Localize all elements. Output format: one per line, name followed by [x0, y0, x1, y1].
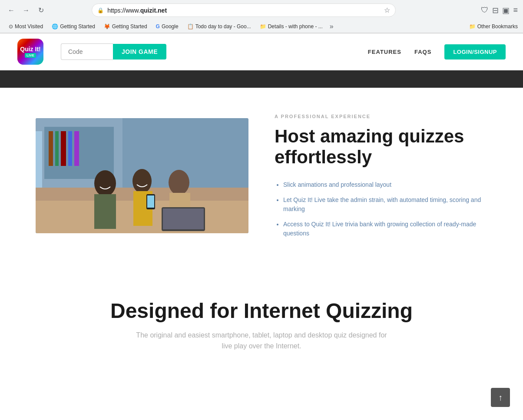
bottom-section: Designed for Internet Quizzing The origi… [0, 264, 523, 378]
svg-rect-3 [49, 131, 53, 166]
other-bookmarks-label: Other Bookmarks [477, 23, 518, 30]
details-icon: 📁 [260, 23, 266, 30]
login-signup-button[interactable]: LOGIN/SIGNUP [444, 44, 506, 60]
svg-rect-6 [68, 131, 72, 166]
google-icon: G [156, 23, 160, 30]
hero-image [36, 118, 248, 233]
svg-rect-16 [147, 195, 154, 208]
firefox-icon: 🦊 [104, 23, 110, 30]
hero-bullets: Slick animations and professional layout… [275, 180, 487, 238]
website: Quiz It! LIVE JOIN GAME FEATURES FAQS LO… [0, 33, 523, 378]
bookmark-label: Details - with phone - ... [268, 23, 323, 30]
features-link[interactable]: FEATURES [368, 49, 401, 55]
bookmark-label: Google [162, 23, 179, 30]
hero-photo [36, 118, 248, 233]
hero-bullet-3: Access to Quiz It! Live trivia bank with… [283, 220, 487, 238]
bookmark-label: Getting Started [112, 23, 147, 30]
browser-actions: 🛡 ⊟ ▣ ≡ [481, 6, 518, 15]
forward-button[interactable]: → [20, 4, 32, 17]
svg-rect-5 [61, 131, 66, 166]
bottom-subtitle: The original and easiest smartphone, tab… [131, 330, 392, 352]
url-text[interactable]: https://www.quizit.net [107, 7, 381, 14]
svg-rect-4 [55, 131, 59, 166]
most-visited-icon: ⊙ [9, 23, 13, 30]
faqs-link[interactable]: FAQS [414, 49, 431, 55]
bottom-title: Designed for Internet Quizzing [17, 299, 506, 323]
bookmark-label: Todo day to day - Goo... [195, 23, 251, 30]
svg-rect-20 [163, 208, 204, 229]
nav-buttons: ← → ↻ [5, 4, 47, 17]
svg-point-13 [132, 169, 152, 193]
logo-badge: Quiz It! LIVE [17, 39, 43, 65]
hero-label: A PROFESSIONAL EXPERIENCE [275, 114, 487, 119]
bookmark-details[interactable]: 📁 Details - with phone - ... [256, 22, 326, 31]
code-input[interactable] [61, 43, 113, 60]
other-bookmarks-icon: 📁 [469, 23, 476, 30]
tabs-icon[interactable]: ⊟ [492, 6, 499, 15]
todo-icon: 📋 [187, 23, 194, 30]
reload-button[interactable]: ↻ [35, 4, 47, 17]
more-bookmarks-button[interactable]: » [330, 23, 334, 30]
logo-text: Quiz It! [20, 46, 40, 52]
bookmark-getting-started-1[interactable]: 🌐 Getting Started [48, 22, 99, 31]
bookmark-most-visited[interactable]: ⊙ Most Visited [5, 22, 46, 31]
dark-bar [0, 70, 523, 88]
bookmark-todo[interactable]: 📋 Todo day to day - Goo... [184, 22, 255, 31]
code-join-group: JOIN GAME [61, 43, 166, 60]
hero-section: A PROFESSIONAL EXPERIENCE Host amazing q… [1, 88, 522, 264]
back-button[interactable]: ← [5, 4, 17, 17]
logo-live-badge: LIVE [25, 53, 36, 58]
bookmarks-bar: ⊙ Most Visited 🌐 Getting Started 🦊 Getti… [0, 20, 523, 33]
globe-icon-1: 🌐 [52, 23, 58, 30]
pocket-icon[interactable]: 🛡 [481, 6, 489, 15]
bookmark-star[interactable]: ☆ [384, 6, 390, 14]
bookmark-label: Most Visited [15, 23, 43, 30]
svg-point-17 [169, 170, 189, 195]
menu-icon[interactable]: ≡ [513, 6, 518, 15]
sidebar-icon[interactable]: ▣ [502, 6, 510, 15]
bookmark-label: Getting Started [60, 23, 95, 30]
svg-point-11 [94, 170, 116, 196]
hero-title: Host amazing quizzes effortlessly [275, 126, 487, 168]
svg-rect-12 [94, 194, 116, 229]
logo[interactable]: Quiz It! LIVE [17, 39, 43, 65]
svg-rect-7 [74, 131, 79, 166]
hero-bullet-2: Let Quiz It! Live take the admin strain,… [283, 195, 487, 214]
other-bookmarks[interactable]: 📁 Other Bookmarks [469, 23, 518, 30]
address-bar[interactable]: 🔒 https://www.quizit.net ☆ [92, 3, 396, 17]
browser-chrome: ← → ↻ 🔒 https://www.quizit.net ☆ 🛡 ⊟ ▣ ≡… [0, 0, 523, 33]
hero-svg [36, 118, 248, 233]
hero-content: A PROFESSIONAL EXPERIENCE Host amazing q… [275, 114, 487, 238]
browser-toolbar: ← → ↻ 🔒 https://www.quizit.net ☆ 🛡 ⊟ ▣ ≡ [0, 0, 523, 20]
site-navigation: Quiz It! LIVE JOIN GAME FEATURES FAQS LO… [0, 33, 523, 70]
nav-right: FEATURES FAQS LOGIN/SIGNUP [368, 44, 506, 60]
join-game-button[interactable]: JOIN GAME [113, 44, 166, 60]
hero-bullet-1: Slick animations and professional layout [283, 180, 487, 189]
bookmark-google[interactable]: G Google [152, 22, 182, 31]
bookmark-getting-started-2[interactable]: 🦊 Getting Started [100, 22, 151, 31]
security-icon: 🔒 [97, 7, 104, 13]
